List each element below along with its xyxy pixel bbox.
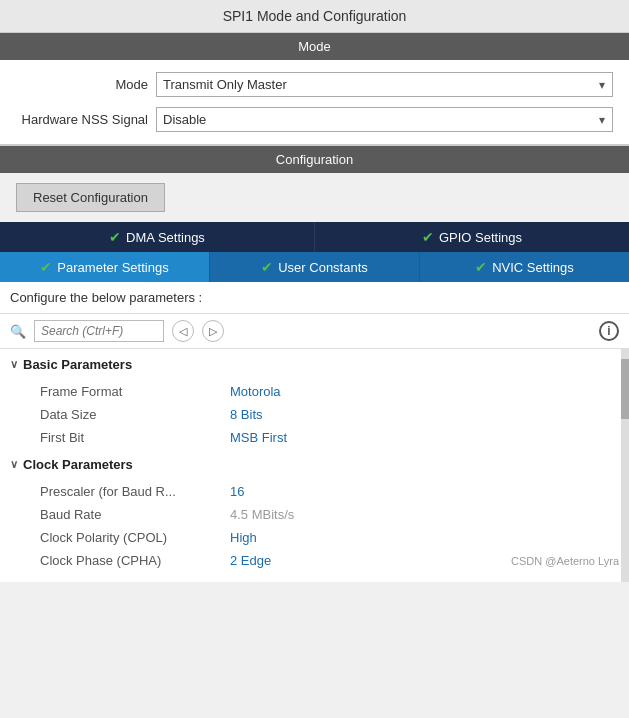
param-value-prescaler: 16 — [230, 484, 244, 499]
param-name-cpol: Clock Polarity (CPOL) — [40, 530, 230, 545]
clock-params-chevron: ∨ — [10, 458, 18, 471]
nav-next-button[interactable]: ▷ — [202, 320, 224, 342]
basic-params-label: Basic Parameters — [23, 357, 132, 372]
nav-prev-button[interactable]: ◁ — [172, 320, 194, 342]
gpio-check-icon: ✔ — [422, 229, 434, 245]
window-title: SPI1 Mode and Configuration — [0, 0, 629, 33]
tab-gpio-label: GPIO Settings — [439, 230, 522, 245]
param-row-data-size: Data Size 8 Bits — [0, 403, 629, 426]
dma-check-icon: ✔ — [109, 229, 121, 245]
mode-field-row: Mode Transmit Only Master Full-Duplex Ma… — [16, 72, 613, 97]
scrollbar-thumb[interactable] — [621, 359, 629, 419]
param-value-frame-format: Motorola — [230, 384, 281, 399]
params-content: ∨ Basic Parameters Frame Format Motorola… — [0, 349, 629, 582]
param-check-icon: ✔ — [40, 259, 52, 275]
search-icon: 🔍 — [10, 324, 26, 339]
param-name-frame-format: Frame Format — [40, 384, 230, 399]
param-value-cpha: 2 Edge — [230, 553, 271, 568]
tab-dma-label: DMA Settings — [126, 230, 205, 245]
mode-section: Mode Transmit Only Master Full-Duplex Ma… — [0, 60, 629, 146]
tab-user-constants[interactable]: ✔ User Constants — [210, 252, 420, 282]
basic-params-header[interactable]: ∨ Basic Parameters — [0, 349, 629, 380]
param-value-baud-rate: 4.5 MBits/s — [230, 507, 294, 522]
tab-user-label: User Constants — [278, 260, 368, 275]
tab-nvic-label: NVIC Settings — [492, 260, 574, 275]
param-row-cpol: Clock Polarity (CPOL) High — [0, 526, 629, 549]
param-name-cpha: Clock Phase (CPHA) — [40, 553, 230, 568]
nss-field-row: Hardware NSS Signal Disable Enable ▾ — [16, 107, 613, 132]
mode-select-wrapper[interactable]: Transmit Only Master Full-Duplex Master … — [156, 72, 613, 97]
tab-nvic-settings[interactable]: ✔ NVIC Settings — [420, 252, 629, 282]
clock-params-header[interactable]: ∨ Clock Parameters — [0, 449, 629, 480]
param-row-cpha: Clock Phase (CPHA) 2 Edge CSDN @Aeterno … — [0, 549, 629, 572]
watermark: CSDN @Aeterno Lyra — [511, 555, 619, 567]
nss-label: Hardware NSS Signal — [16, 112, 156, 127]
mode-section-header: Mode — [0, 33, 629, 60]
nvic-check-icon: ✔ — [475, 259, 487, 275]
user-check-icon: ✔ — [261, 259, 273, 275]
tabs-row2: ✔ Parameter Settings ✔ User Constants ✔ … — [0, 252, 629, 282]
info-button[interactable]: i — [599, 321, 619, 341]
tab-dma-settings[interactable]: ✔ DMA Settings — [0, 222, 315, 252]
param-value-data-size: 8 Bits — [230, 407, 263, 422]
configure-text: Configure the below parameters : — [0, 282, 629, 314]
param-name-first-bit: First Bit — [40, 430, 230, 445]
param-name-prescaler: Prescaler (for Baud R... — [40, 484, 230, 499]
param-row-first-bit: First Bit MSB First — [0, 426, 629, 449]
basic-params-chevron: ∨ — [10, 358, 18, 371]
nss-select[interactable]: Disable Enable — [156, 107, 613, 132]
params-area: ∨ Basic Parameters Frame Format Motorola… — [0, 349, 629, 582]
clock-params-label: Clock Parameters — [23, 457, 133, 472]
param-name-data-size: Data Size — [40, 407, 230, 422]
tab-parameter-settings[interactable]: ✔ Parameter Settings — [0, 252, 210, 282]
tabs-row1: ✔ DMA Settings ✔ GPIO Settings — [0, 222, 629, 252]
param-name-baud-rate: Baud Rate — [40, 507, 230, 522]
param-value-first-bit: MSB First — [230, 430, 287, 445]
param-row-baud-rate: Baud Rate 4.5 MBits/s — [0, 503, 629, 526]
scrollbar-track[interactable] — [621, 349, 629, 582]
mode-select[interactable]: Transmit Only Master Full-Duplex Master … — [156, 72, 613, 97]
mode-label: Mode — [16, 77, 156, 92]
tab-gpio-settings[interactable]: ✔ GPIO Settings — [315, 222, 629, 252]
nss-select-wrapper[interactable]: Disable Enable ▾ — [156, 107, 613, 132]
search-bar: 🔍 ◁ ▷ i — [0, 314, 629, 349]
param-row-prescaler: Prescaler (for Baud R... 16 — [0, 480, 629, 503]
main-container: SPI1 Mode and Configuration Mode Mode Tr… — [0, 0, 629, 582]
param-row-frame-format: Frame Format Motorola — [0, 380, 629, 403]
search-input[interactable] — [34, 320, 164, 342]
param-value-cpol: High — [230, 530, 257, 545]
config-section-header: Configuration — [0, 146, 629, 173]
reset-configuration-button[interactable]: Reset Configuration — [16, 183, 165, 212]
reset-btn-area: Reset Configuration — [0, 173, 629, 222]
tab-param-label: Parameter Settings — [57, 260, 168, 275]
